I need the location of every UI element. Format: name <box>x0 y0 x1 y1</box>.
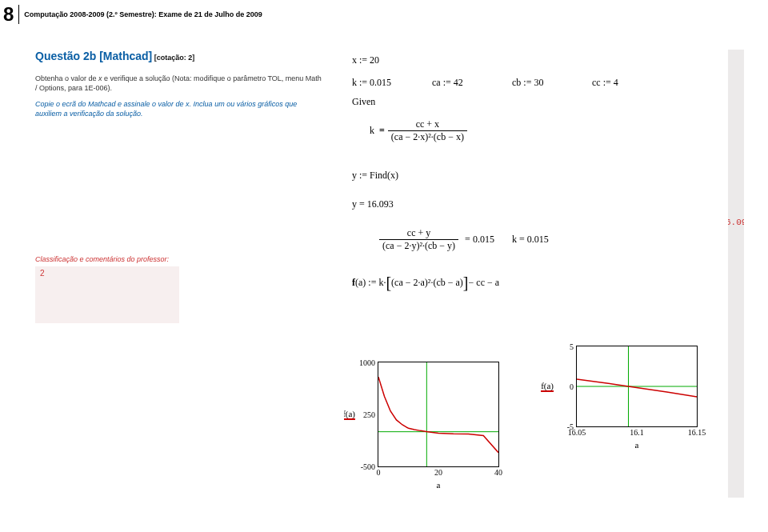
mc-check: cc + y (ca − 2·y)²·(cb − y) = 0.015 k = … <box>379 227 549 252</box>
tick-x: 16.1 <box>630 428 644 437</box>
mc-eq-lhs: k <box>370 125 374 137</box>
question-weight: [cotação: 2] <box>154 54 195 62</box>
mc-x-guess: x := 20 <box>352 54 379 66</box>
professor-comments-empty <box>35 280 179 323</box>
tick-y: -500 <box>361 462 375 471</box>
header-text: Computação 2008-2009 (2.º Semestre): Exa… <box>24 10 262 18</box>
mc-k-def: k := 0.015 <box>352 77 391 89</box>
mc-cb-def: cb := 30 <box>512 77 543 89</box>
mc-y-find: y := Find(x) <box>352 170 398 182</box>
mc-check-den: (ca − 2·y)²·(cb − y) <box>379 240 458 252</box>
tick-x: 16.15 <box>688 428 706 437</box>
page-header: 8 Computação 2008-2009 (2.º Semestre): E… <box>0 0 768 27</box>
mc-check-frac: cc + y (ca − 2·y)²·(cb − y) <box>379 227 458 252</box>
right-column: x=16.093 x := 20 k := 0.015 ca := 42 cb … <box>344 50 757 498</box>
tick-y: 250 <box>363 410 375 419</box>
tick-y: 0 <box>570 382 574 391</box>
question-title: Questão 2b [Mathcad] <box>35 50 152 62</box>
tick-x: 40 <box>494 468 502 477</box>
chart1-plot <box>378 362 498 466</box>
question-title-line: Questão 2b [Mathcad] [cotação: 2] <box>35 50 323 62</box>
mc-equation: k = cc + x (ca − 2·x)²·(cb − x) <box>370 118 467 143</box>
question-body: Obtenha o valor de x e verifique a soluç… <box>35 74 323 93</box>
mc-check-k: k = 0.015 <box>512 234 549 246</box>
mc-eq-num: cc + x <box>388 118 467 131</box>
mc-ca-def: ca := 42 <box>432 77 463 89</box>
chart2-ylabel: f(a) <box>541 381 554 392</box>
professor-score: 2 <box>35 266 179 280</box>
mathcad-panel: x=16.093 x := 20 k := 0.015 ca := 42 cb … <box>344 50 744 498</box>
chart-wide: f(a) 02040-5002501000 a <box>378 362 499 467</box>
mc-fdef: f(a) := k· [ (ca − 2·a)²·(cb − a) ] − cc… <box>352 275 499 290</box>
tick-y: 1000 <box>359 358 375 367</box>
mc-check-num: cc + y <box>379 227 458 240</box>
tick-y: -5 <box>567 422 574 431</box>
mc-eq-den: (ca − 2·x)²·(cb − x) <box>388 131 467 143</box>
tick-y: 5 <box>570 342 574 351</box>
question-body-prefix: Obtenha o valor de <box>35 74 98 82</box>
chart2-plot <box>577 346 697 426</box>
professor-section: Classificação e comentários do professor… <box>35 255 323 323</box>
left-column: Questão 2b [Mathcad] [cotação: 2] Obtenh… <box>35 50 323 323</box>
professor-label: Classificação e comentários do professor… <box>35 255 323 263</box>
tick-x: 20 <box>434 468 442 477</box>
mc-cc-def: cc := 4 <box>592 77 618 89</box>
chart1-ylabel: f(a) <box>344 409 355 420</box>
mc-y-val: y = 16.093 <box>352 198 394 210</box>
tick-x: 0 <box>377 468 381 477</box>
chart-zoom: f(a) 16.0516.116.15-505 a <box>576 346 698 427</box>
mc-fdef-inner: (ca − 2·a)²·(cb − a) <box>391 277 463 289</box>
mc-given: Given <box>352 96 375 108</box>
chart1-xlabel: a <box>437 480 441 490</box>
question-instruction: Copie o ecrã do Mathcad e assinale o val… <box>35 99 323 118</box>
mc-eq-frac: cc + x (ca − 2·x)²·(cb − x) <box>388 118 467 143</box>
mc-fdef-tail: − cc − a <box>469 277 500 289</box>
professor-box: 2 <box>35 266 179 323</box>
mc-check-eq: = 0.015 <box>465 234 494 246</box>
mathcad-screenshot: x := 20 k := 0.015 ca := 42 cb := 30 cc … <box>344 50 728 498</box>
page-number: 8 <box>3 5 19 24</box>
chart2-xlabel: a <box>635 440 639 450</box>
